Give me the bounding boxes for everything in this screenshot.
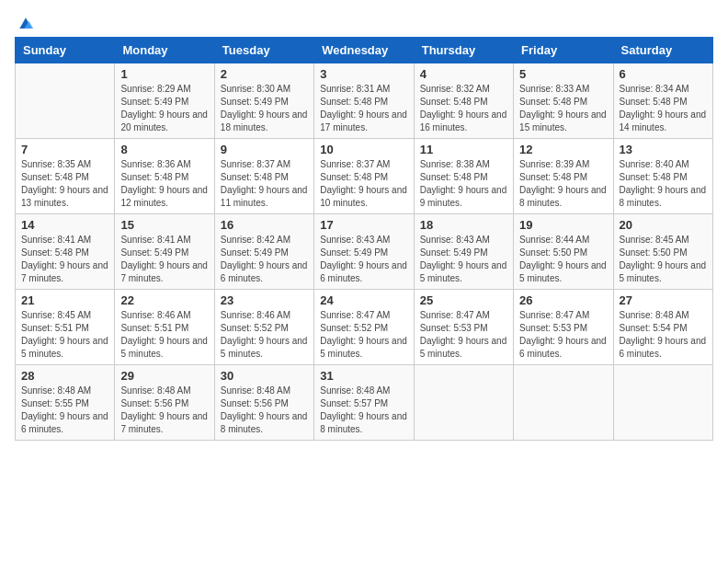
day-cell: 21Sunrise: 8:45 AMSunset: 5:51 PMDayligh… [16, 290, 115, 365]
day-number: 12 [519, 143, 607, 156]
day-info: Sunrise: 8:48 AMSunset: 5:56 PMDaylight:… [120, 385, 208, 436]
week-row-3: 14Sunrise: 8:41 AMSunset: 5:48 PMDayligh… [16, 214, 713, 290]
day-cell: 25Sunrise: 8:47 AMSunset: 5:53 PMDayligh… [414, 290, 513, 365]
day-number: 10 [320, 143, 407, 156]
day-number: 8 [120, 143, 208, 156]
day-cell: 18Sunrise: 8:43 AMSunset: 5:49 PMDayligh… [414, 214, 513, 290]
day-info: Sunrise: 8:36 AMSunset: 5:48 PMDaylight:… [120, 158, 208, 210]
day-cell: 16Sunrise: 8:42 AMSunset: 5:49 PMDayligh… [214, 214, 313, 290]
week-row-4: 21Sunrise: 8:45 AMSunset: 5:51 PMDayligh… [16, 290, 713, 365]
day-cell: 1Sunrise: 8:29 AMSunset: 5:49 PMDaylight… [115, 63, 214, 139]
day-cell: 24Sunrise: 8:47 AMSunset: 5:52 PMDayligh… [314, 290, 414, 365]
day-number: 23 [221, 293, 308, 307]
day-cell: 14Sunrise: 8:41 AMSunset: 5:48 PMDayligh… [16, 214, 115, 290]
logo [15, 15, 35, 33]
day-number: 11 [420, 143, 507, 156]
day-number: 26 [519, 293, 607, 307]
day-number: 17 [320, 218, 407, 232]
day-number: 7 [21, 143, 108, 156]
day-info: Sunrise: 8:34 AMSunset: 5:48 PMDaylight:… [620, 83, 707, 134]
day-number: 31 [320, 369, 407, 383]
day-cell: 17Sunrise: 8:43 AMSunset: 5:49 PMDayligh… [314, 214, 414, 290]
day-info: Sunrise: 8:48 AMSunset: 5:54 PMDaylight:… [620, 309, 707, 361]
header-row: SundayMondayTuesdayWednesdayThursdayFrid… [16, 38, 713, 63]
day-number: 9 [221, 143, 308, 156]
day-info: Sunrise: 8:45 AMSunset: 5:51 PMDaylight:… [21, 309, 108, 361]
day-info: Sunrise: 8:48 AMSunset: 5:56 PMDaylight:… [221, 385, 308, 436]
day-number: 13 [620, 143, 707, 156]
header-cell-sunday: Sunday [16, 38, 115, 63]
day-cell [613, 365, 712, 441]
calendar-header: SundayMondayTuesdayWednesdayThursdayFrid… [16, 38, 713, 63]
day-info: Sunrise: 8:37 AMSunset: 5:48 PMDaylight:… [221, 158, 308, 210]
day-cell: 4Sunrise: 8:32 AMSunset: 5:48 PMDaylight… [414, 63, 513, 139]
day-number: 29 [120, 369, 208, 383]
day-number: 2 [221, 67, 308, 81]
header-cell-saturday: Saturday [613, 38, 712, 63]
day-cell: 2Sunrise: 8:30 AMSunset: 5:49 PMDaylight… [214, 63, 313, 139]
week-row-5: 28Sunrise: 8:48 AMSunset: 5:55 PMDayligh… [16, 365, 713, 441]
day-cell [16, 63, 115, 139]
day-info: Sunrise: 8:48 AMSunset: 5:55 PMDaylight:… [21, 385, 108, 436]
day-info: Sunrise: 8:43 AMSunset: 5:49 PMDaylight:… [320, 234, 407, 285]
day-number: 16 [221, 218, 308, 232]
day-cell: 9Sunrise: 8:37 AMSunset: 5:48 PMDaylight… [214, 139, 313, 214]
header-cell-monday: Monday [115, 38, 214, 63]
day-info: Sunrise: 8:48 AMSunset: 5:57 PMDaylight:… [320, 385, 407, 436]
day-cell: 26Sunrise: 8:47 AMSunset: 5:53 PMDayligh… [514, 290, 613, 365]
day-cell: 31Sunrise: 8:48 AMSunset: 5:57 PMDayligh… [314, 365, 414, 441]
day-cell: 20Sunrise: 8:45 AMSunset: 5:50 PMDayligh… [613, 214, 712, 290]
day-info: Sunrise: 8:30 AMSunset: 5:49 PMDaylight:… [221, 83, 308, 134]
day-cell: 28Sunrise: 8:48 AMSunset: 5:55 PMDayligh… [16, 365, 115, 441]
day-info: Sunrise: 8:33 AMSunset: 5:48 PMDaylight:… [519, 83, 607, 134]
day-info: Sunrise: 8:32 AMSunset: 5:48 PMDaylight:… [420, 83, 507, 134]
day-cell [514, 365, 613, 441]
day-info: Sunrise: 8:38 AMSunset: 5:48 PMDaylight:… [420, 158, 507, 210]
day-cell: 19Sunrise: 8:44 AMSunset: 5:50 PMDayligh… [514, 214, 613, 290]
day-info: Sunrise: 8:43 AMSunset: 5:49 PMDaylight:… [420, 234, 507, 285]
day-info: Sunrise: 8:47 AMSunset: 5:53 PMDaylight:… [420, 309, 507, 361]
day-number: 22 [120, 293, 208, 307]
day-cell: 8Sunrise: 8:36 AMSunset: 5:48 PMDaylight… [115, 139, 214, 214]
day-cell: 12Sunrise: 8:39 AMSunset: 5:48 PMDayligh… [514, 139, 613, 214]
day-number: 6 [620, 67, 707, 81]
day-info: Sunrise: 8:40 AMSunset: 5:48 PMDaylight:… [620, 158, 707, 210]
day-cell: 22Sunrise: 8:46 AMSunset: 5:51 PMDayligh… [115, 290, 214, 365]
day-cell: 10Sunrise: 8:37 AMSunset: 5:48 PMDayligh… [314, 139, 414, 214]
day-cell: 27Sunrise: 8:48 AMSunset: 5:54 PMDayligh… [613, 290, 712, 365]
day-info: Sunrise: 8:46 AMSunset: 5:52 PMDaylight:… [221, 309, 308, 361]
day-cell: 13Sunrise: 8:40 AMSunset: 5:48 PMDayligh… [613, 139, 712, 214]
day-cell: 5Sunrise: 8:33 AMSunset: 5:48 PMDaylight… [514, 63, 613, 139]
day-cell: 3Sunrise: 8:31 AMSunset: 5:48 PMDaylight… [314, 63, 414, 139]
day-number: 21 [21, 293, 108, 307]
day-cell [414, 365, 513, 441]
day-info: Sunrise: 8:41 AMSunset: 5:48 PMDaylight:… [21, 234, 108, 285]
day-cell: 29Sunrise: 8:48 AMSunset: 5:56 PMDayligh… [115, 365, 214, 441]
day-info: Sunrise: 8:46 AMSunset: 5:51 PMDaylight:… [120, 309, 208, 361]
header-cell-thursday: Thursday [414, 38, 513, 63]
header-cell-wednesday: Wednesday [314, 38, 414, 63]
day-number: 25 [420, 293, 507, 307]
day-info: Sunrise: 8:44 AMSunset: 5:50 PMDaylight:… [519, 234, 607, 285]
day-cell: 30Sunrise: 8:48 AMSunset: 5:56 PMDayligh… [214, 365, 313, 441]
day-info: Sunrise: 8:41 AMSunset: 5:49 PMDaylight:… [120, 234, 208, 285]
day-number: 15 [120, 218, 208, 232]
day-cell: 6Sunrise: 8:34 AMSunset: 5:48 PMDaylight… [613, 63, 712, 139]
day-info: Sunrise: 8:39 AMSunset: 5:48 PMDaylight:… [519, 158, 607, 210]
day-number: 4 [420, 67, 507, 81]
day-info: Sunrise: 8:45 AMSunset: 5:50 PMDaylight:… [620, 234, 707, 285]
day-number: 30 [221, 369, 308, 383]
day-number: 1 [120, 67, 208, 81]
day-cell: 15Sunrise: 8:41 AMSunset: 5:49 PMDayligh… [115, 214, 214, 290]
day-number: 14 [21, 218, 108, 232]
day-info: Sunrise: 8:37 AMSunset: 5:48 PMDaylight:… [320, 158, 407, 210]
day-number: 28 [21, 369, 108, 383]
day-number: 24 [320, 293, 407, 307]
day-info: Sunrise: 8:31 AMSunset: 5:48 PMDaylight:… [320, 83, 407, 134]
week-row-2: 7Sunrise: 8:35 AMSunset: 5:48 PMDaylight… [16, 139, 713, 214]
day-cell: 11Sunrise: 8:38 AMSunset: 5:48 PMDayligh… [414, 139, 513, 214]
header [15, 15, 713, 33]
logo-icon [17, 15, 35, 33]
day-info: Sunrise: 8:35 AMSunset: 5:48 PMDaylight:… [21, 158, 108, 210]
week-row-1: 1Sunrise: 8:29 AMSunset: 5:49 PMDaylight… [16, 63, 713, 139]
